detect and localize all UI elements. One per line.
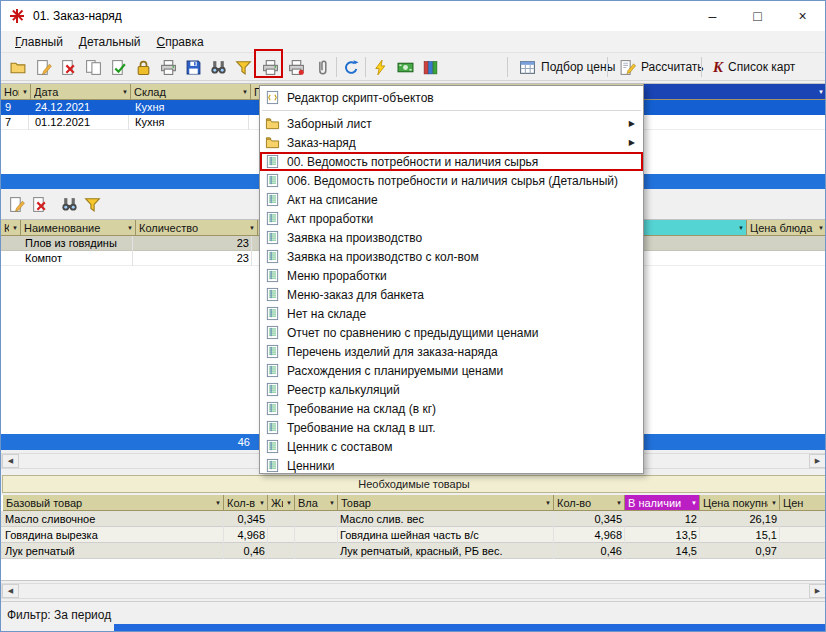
dishes-col-ka[interactable]: Ка: [1, 220, 21, 236]
goods-col-qty[interactable]: Кол-во: [554, 495, 625, 511]
filter-button[interactable]: [232, 56, 255, 79]
menu-glavny[interactable]: Главный: [7, 32, 71, 52]
menu-spravka[interactable]: Справка: [149, 32, 212, 52]
price-pick-button[interactable]: Подбор цены: [513, 56, 621, 78]
cell-in-stock: 12: [625, 511, 700, 527]
goods-col-moisture[interactable]: Вла: [295, 495, 338, 511]
goods-col-purchase-price[interactable]: Цена покупна: [700, 495, 780, 511]
main-toolbar: Подбор цены Рассчитать K Список карт: [1, 53, 825, 81]
menu-detalny[interactable]: Детальный: [71, 32, 149, 52]
goods-row[interactable]: Лук репчатый 0,46 Лук репчатый, красный,…: [1, 543, 826, 559]
copy-button[interactable]: [82, 56, 105, 79]
dishes-col-quantity[interactable]: Количество: [136, 220, 258, 236]
menu-item-zayavka[interactable]: Заявка на производство: [260, 228, 643, 247]
scroll-left-button[interactable]: ◀: [2, 454, 19, 468]
menu-item-vedomost-00[interactable]: 00. Ведомость потребности и наличия сырь…: [260, 152, 643, 171]
calculate-button[interactable]: Рассчитать: [613, 56, 710, 78]
menu-item-zakaz-naryad[interactable]: Заказ-наряд: [260, 133, 643, 152]
orders-col-date[interactable]: Дата: [31, 84, 131, 100]
card-list-button[interactable]: K Список карт: [707, 56, 801, 78]
dishes-header-highlight-column[interactable]: [644, 220, 747, 236]
goods-col-in-stock[interactable]: В наличии: [625, 495, 700, 511]
cell-purchase-price: 26,19: [700, 511, 780, 527]
cell-purchase-price: 15,1: [700, 527, 780, 543]
titlebar: 01. Заказ-наряд – □ ×: [1, 1, 825, 31]
dishes-col-name[interactable]: Наименование: [21, 220, 136, 236]
menu-item-akt-prorabotki[interactable]: Акт проработки: [260, 209, 643, 228]
menu-item-zaborny-list[interactable]: Заборный лист: [260, 114, 643, 133]
goods-col-price2[interactable]: Цен: [780, 495, 826, 511]
scroll-left-button[interactable]: ◀: [2, 584, 19, 598]
goods-col-fat[interactable]: Жи: [268, 495, 295, 511]
cell-fat: [268, 543, 295, 559]
doc-check-icon: [110, 59, 127, 76]
find-button[interactable]: [207, 56, 230, 79]
menu-item-reestr-kalkulyaciy[interactable]: Реестр калькуляций: [260, 380, 643, 399]
cell-warehouse: Кухня: [133, 115, 249, 130]
orders-header-highlight-column[interactable]: [644, 84, 826, 100]
menu-item-net-na-sklade[interactable]: Нет на складе: [260, 304, 643, 323]
report-icon: [265, 382, 280, 397]
menu-item-zayavka-kolvo[interactable]: Заявка на производство с кол-вом: [260, 247, 643, 266]
money-icon: [397, 59, 414, 76]
orders-col-warehouse[interactable]: Склад: [131, 84, 251, 100]
report-icon: [265, 439, 280, 454]
books-icon: [422, 59, 439, 76]
menu-item-vedomost-006[interactable]: 006. Ведомость потребности и наличия сыр…: [260, 171, 643, 190]
menu-item-cennik-sostav[interactable]: Ценник с составом: [260, 437, 643, 456]
post-button[interactable]: [107, 56, 130, 79]
menu-item-perechen-izdeliy[interactable]: Перечень изделий для заказа-наряда: [260, 342, 643, 361]
orders-col-number[interactable]: Ном: [1, 84, 31, 100]
cell-in-stock: 13,5: [625, 527, 700, 543]
goods-col-base-item[interactable]: Базовый товар: [3, 495, 224, 511]
lock-button[interactable]: [132, 56, 155, 79]
open-button[interactable]: [7, 56, 30, 79]
goods-row[interactable]: Говядина вырезка 4,968 Говядина шейная ч…: [1, 527, 826, 543]
scroll-track[interactable]: [19, 584, 809, 598]
dishes-col-price[interactable]: Цена блюда: [747, 220, 826, 236]
catalogs-button[interactable]: [419, 56, 442, 79]
save-button[interactable]: [182, 56, 205, 79]
minimize-button[interactable]: –: [690, 1, 735, 31]
dish-edit-button[interactable]: [5, 193, 28, 216]
maximize-button[interactable]: □: [735, 1, 780, 31]
dish-filter-button[interactable]: [81, 193, 104, 216]
menu-item-otchet-sravnenie[interactable]: Отчет по сравнению с предыдущими ценами: [260, 323, 643, 342]
goods-col-base-qty[interactable]: Кол-в: [224, 495, 268, 511]
print-button[interactable]: [157, 56, 180, 79]
print-form-button[interactable]: [285, 56, 308, 79]
report-icon: [265, 268, 280, 283]
menu-item-cenniki[interactable]: Ценники: [260, 456, 643, 475]
goods-col-item[interactable]: Товар: [338, 495, 554, 511]
status-progress-bar: [114, 624, 826, 632]
menu-item-script-editor[interactable]: Редактор скрипт-объектов: [260, 88, 643, 107]
edit-button[interactable]: [32, 56, 55, 79]
refresh-button[interactable]: [340, 56, 363, 79]
scroll-right-button[interactable]: ▶: [809, 584, 826, 598]
print-reports-button[interactable]: [259, 56, 282, 79]
printer-icon: [160, 59, 177, 76]
menu-item-menu-prorabotki[interactable]: Меню проработки: [260, 266, 643, 285]
money-button[interactable]: [394, 56, 417, 79]
menu-item-akt-spisanie[interactable]: Акт на списание: [260, 190, 643, 209]
cell-base-qty: 4,968: [224, 527, 268, 543]
scroll-right-button[interactable]: ▶: [809, 454, 826, 468]
attach-button[interactable]: [311, 56, 334, 79]
menu-item-trebovanie-kg[interactable]: Требование на склад (в кг): [260, 399, 643, 418]
calculate-icon: [619, 59, 636, 76]
actions-button[interactable]: [369, 56, 392, 79]
cell-number: 9: [3, 100, 29, 115]
menu-item-menu-banket[interactable]: Меню-заказ для банкета: [260, 285, 643, 304]
menu-item-trebovanie-sht[interactable]: Требование на склад в шт.: [260, 418, 643, 437]
cell-base-qty: 0,46: [224, 543, 268, 559]
delete-button[interactable]: [57, 56, 80, 79]
report-icon: [265, 363, 280, 378]
cell-fat: [268, 527, 295, 543]
script-icon: [265, 90, 280, 105]
goods-row[interactable]: Масло сливочное 0,345 Масло слив. вес 0,…: [1, 511, 826, 527]
folder-icon: [265, 116, 280, 131]
dish-find-button[interactable]: [58, 193, 81, 216]
dish-delete-button[interactable]: [28, 193, 51, 216]
close-button[interactable]: ×: [780, 1, 825, 31]
menu-item-raskhozhdeniya[interactable]: Расхождения с планируемыми ценами: [260, 361, 643, 380]
